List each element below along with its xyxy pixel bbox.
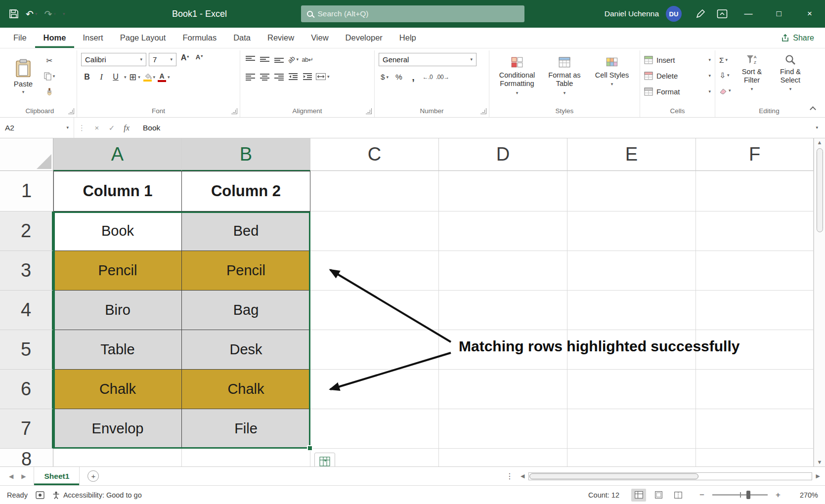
conditional-formatting-button[interactable]: Conditional Formatting ▾ (493, 52, 541, 104)
tab-formulas[interactable]: Formulas (174, 28, 225, 48)
cell-d3[interactable] (439, 251, 567, 291)
font-dialog-launcher[interactable] (231, 108, 237, 114)
number-dialog-launcher[interactable] (480, 108, 486, 114)
zoom-slider[interactable] (712, 494, 768, 496)
cell-d6[interactable] (439, 370, 567, 409)
save-button[interactable] (9, 9, 19, 19)
name-box[interactable]: A2 ▾ (0, 118, 74, 138)
customize-qat-button[interactable]: ▾ (63, 12, 65, 16)
column-header-e[interactable]: E (567, 138, 696, 171)
next-sheet-icon[interactable]: ▶ (17, 473, 30, 480)
normal-view-button[interactable] (631, 489, 646, 502)
tab-insert[interactable]: Insert (74, 28, 111, 48)
font-size-select[interactable]: 7 ▾ (149, 53, 176, 66)
undo-button[interactable]: ↶ ▾ (26, 9, 37, 19)
cell-e7[interactable] (567, 409, 696, 449)
column-header-d[interactable]: D (439, 138, 567, 171)
cell-d8[interactable] (439, 449, 567, 466)
align-right-button[interactable] (273, 70, 285, 83)
scroll-down-icon[interactable]: ▼ (817, 460, 823, 465)
cell-b6[interactable]: Chalk (182, 370, 310, 409)
increase-indent-button[interactable] (302, 70, 313, 83)
formula-bar-grip[interactable]: ⋮ (74, 124, 89, 132)
fill-handle[interactable] (307, 445, 313, 451)
cell-c3[interactable] (310, 251, 439, 291)
format-painter-button[interactable] (43, 85, 55, 97)
inking-button[interactable] (690, 0, 711, 28)
tab-data[interactable]: Data (225, 28, 259, 48)
maximize-button[interactable]: □ (764, 0, 794, 28)
share-button[interactable]: Share (770, 28, 825, 48)
decrease-decimal-button[interactable]: .00→ (436, 71, 449, 84)
increase-font-button[interactable]: A ▴ (179, 53, 191, 66)
cancel-button[interactable]: × (89, 118, 104, 138)
horizontal-scrollbar[interactable]: ◀ ▶ (519, 472, 822, 480)
scroll-right-icon[interactable]: ▶ (814, 473, 822, 479)
cell-f4[interactable] (696, 291, 814, 330)
collapse-ribbon-button[interactable] (807, 104, 818, 113)
page-layout-view-button[interactable] (651, 489, 666, 502)
cell-d4[interactable] (439, 291, 567, 330)
cell-b2[interactable]: Bed (182, 211, 310, 251)
sheet-tab-sheet1[interactable]: Sheet1 (34, 467, 80, 485)
cell-a1[interactable]: Column 1 (53, 171, 182, 211)
column-header-b[interactable]: B (182, 138, 310, 171)
expand-formula-bar-icon[interactable]: ▾ (816, 126, 825, 130)
cell-f6[interactable] (696, 370, 814, 409)
search-input[interactable] (318, 9, 519, 18)
align-left-button[interactable] (244, 70, 256, 83)
previous-sheet-icon[interactable]: ◀ (5, 473, 17, 480)
cell-b7[interactable]: File (182, 409, 310, 449)
middle-align-button[interactable] (259, 53, 270, 66)
cell-c4[interactable] (310, 291, 439, 330)
zoom-in-button[interactable]: + (774, 490, 782, 500)
cell-c5[interactable] (310, 330, 439, 370)
merge-center-button[interactable]: ▾ (316, 70, 330, 83)
cell-c1[interactable] (310, 171, 439, 211)
cell-f8[interactable] (696, 449, 814, 466)
row-header-2[interactable]: 2 (0, 211, 53, 251)
column-header-f[interactable]: F (696, 138, 814, 171)
cell-a7[interactable]: Envelop (53, 409, 182, 449)
cell-c2[interactable] (310, 211, 439, 251)
cell-b5[interactable]: Desk (182, 330, 310, 370)
tab-review[interactable]: Review (259, 28, 303, 48)
sort-filter-button[interactable]: A Z Sort & Filter ▾ (734, 52, 770, 96)
new-sheet-button[interactable]: + (87, 470, 99, 482)
scroll-left-icon[interactable]: ◀ (519, 473, 526, 479)
column-header-a[interactable]: A (53, 138, 182, 171)
cell-a8[interactable] (53, 449, 182, 466)
font-name-select[interactable]: Calibri ▾ (81, 53, 146, 66)
bottom-align-button[interactable] (273, 53, 285, 66)
clipboard-dialog-launcher[interactable] (68, 108, 74, 114)
scroll-up-icon[interactable]: ▲ (817, 140, 823, 145)
cell-f2[interactable] (696, 211, 814, 251)
select-all-corner[interactable] (0, 138, 53, 171)
tab-home[interactable]: Home (35, 28, 75, 48)
cell-d2[interactable] (439, 211, 567, 251)
cell-c6[interactable] (310, 370, 439, 409)
cell-e1[interactable] (567, 171, 696, 211)
clear-button[interactable]: ▾ (719, 85, 731, 96)
cell-e8[interactable] (567, 449, 696, 466)
tab-page-layout[interactable]: Page Layout (112, 28, 174, 48)
ribbon-display-options-button[interactable] (711, 0, 733, 28)
horizontal-scroll-track[interactable] (528, 472, 812, 480)
format-as-table-button[interactable]: Format as Table ▾ (541, 52, 588, 104)
fill-button[interactable]: ⇩ ▾ (719, 70, 731, 81)
vertical-scroll-thumb[interactable] (817, 148, 823, 232)
cell-b1[interactable]: Column 2 (182, 171, 310, 211)
decrease-font-button[interactable]: A ▾ (193, 53, 205, 66)
orientation-button[interactable]: ab ▾ (287, 53, 299, 66)
row-header-7[interactable]: 7 (0, 409, 53, 449)
cell-a5[interactable]: Table (53, 330, 182, 370)
cell-e4[interactable] (567, 291, 696, 330)
tab-view[interactable]: View (303, 28, 337, 48)
row-header-3[interactable]: 3 (0, 251, 53, 291)
insert-function-button[interactable]: fx (119, 118, 134, 138)
cell-f3[interactable] (696, 251, 814, 291)
enter-button[interactable]: ✓ (104, 118, 119, 138)
tab-bar-grip[interactable]: ⋮ (501, 471, 519, 481)
search-box[interactable] (301, 5, 524, 22)
alignment-dialog-launcher[interactable] (366, 108, 372, 114)
